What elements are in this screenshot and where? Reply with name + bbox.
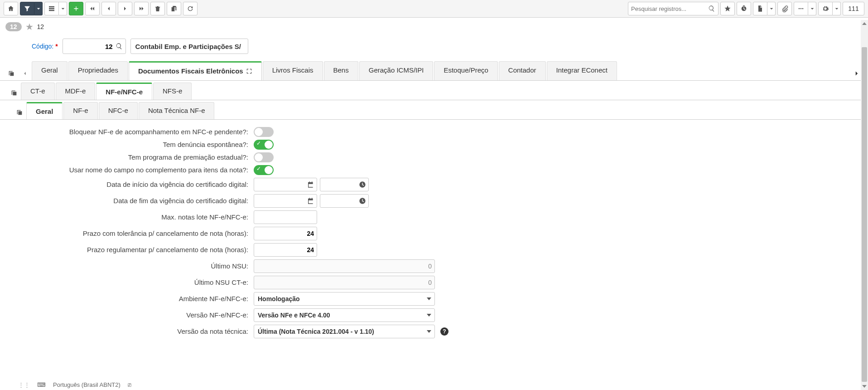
search-box[interactable]: [628, 2, 719, 15]
expand-icon[interactable]: [246, 68, 252, 76]
main-tabs: GeralPropriedadesDocumentos Fiscais Elet…: [0, 61, 868, 81]
doc-tab-ct-e[interactable]: CT-e: [21, 83, 55, 100]
filter-dropdown[interactable]: [34, 2, 43, 15]
cert-fim-label: Data de fim da vigência do certificado d…: [27, 197, 254, 205]
svg-point-2: [802, 8, 804, 10]
settings-dropdown[interactable]: [833, 2, 841, 15]
next-button[interactable]: [118, 2, 132, 15]
chevron-down-icon: [427, 314, 431, 317]
maxlote-label: Max. notas lote NF-e/NFC-e:: [27, 213, 254, 221]
sub-tab-nfc-e[interactable]: NFC-e: [99, 102, 138, 119]
sub-tab-nf-e[interactable]: NF-e: [63, 102, 97, 119]
clone-icon[interactable]: [5, 67, 18, 80]
premiacao-label: Tem programa de premiação estadual?:: [27, 153, 254, 161]
tab-bens[interactable]: Bens: [324, 61, 358, 80]
tab-integrar-econect[interactable]: Integrar EConect: [547, 61, 617, 80]
export-dropdown[interactable]: [767, 2, 776, 15]
prazo-reg-input[interactable]: [254, 243, 317, 257]
timer-button[interactable]: [737, 2, 751, 15]
cert-inicio-label: Data de início da vigência do certificad…: [27, 180, 254, 188]
export-button[interactable]: [753, 2, 767, 15]
attach-button[interactable]: [777, 2, 792, 15]
versao-select[interactable]: Versão NFe e NFCe 4.00: [254, 308, 435, 322]
bloquear-toggle[interactable]: [254, 127, 274, 137]
tab-livros-fiscais[interactable]: Livros Fiscais: [263, 61, 323, 80]
sub-tabs: GeralNF-eNFC-eNota Técnica NF-e: [0, 100, 868, 120]
sub-tab-geral[interactable]: Geral: [26, 102, 63, 119]
favorite-button[interactable]: [720, 2, 735, 15]
tab-scroll-prev[interactable]: [18, 67, 32, 80]
code-input-wrap[interactable]: [63, 39, 126, 54]
scrollbar-thumb[interactable]: [862, 47, 867, 359]
more-button[interactable]: [794, 2, 808, 15]
refresh-button[interactable]: [183, 2, 198, 15]
premiacao-toggle[interactable]: [254, 152, 274, 162]
delete-button[interactable]: [150, 2, 165, 15]
prazo-reg-label: Prazo regulamentar p/ cancelamento de no…: [27, 246, 254, 253]
doc-tab-nf-e-nfc-e[interactable]: NF-e/NFC-e: [96, 83, 152, 100]
ambiente-label: Ambiente NF-e/NFC-e:: [27, 295, 254, 302]
ultnsucte-label: Último NSU CT-e:: [27, 278, 254, 286]
ultnsu-input: [254, 259, 435, 273]
chevron-down-icon: [427, 297, 431, 300]
doc-tab-mdf-e[interactable]: MDF-e: [56, 83, 96, 100]
breadcrumb-badge: 12: [5, 22, 22, 31]
cert-inicio-time[interactable]: [320, 178, 369, 191]
search-icon[interactable]: [116, 43, 123, 50]
ultnsucte-input: [254, 276, 435, 289]
help-icon[interactable]: ?: [440, 327, 448, 336]
tab-contador[interactable]: Contador: [499, 61, 546, 80]
breadcrumb-text: 12: [37, 23, 44, 30]
tab-propriedades[interactable]: Propriedades: [68, 61, 128, 80]
search-icon: [708, 5, 715, 12]
add-button[interactable]: [69, 2, 83, 15]
copy-button[interactable]: [167, 2, 181, 15]
versao-nt-label: Versão da nota técnica:: [27, 327, 254, 335]
clone-icon[interactable]: [13, 106, 26, 119]
scroll-up-icon[interactable]: [861, 20, 868, 27]
doc-tabs: CT-eMDF-eNF-e/NFC-eNFS-e: [0, 81, 868, 100]
sub-tab-nota-t-cnica-nf-e[interactable]: Nota Técnica NF-e: [139, 102, 215, 119]
nomecampo-toggle[interactable]: [254, 165, 274, 175]
versao-label: Versão NF-e/NFC-e:: [27, 311, 254, 319]
svg-point-0: [799, 8, 800, 10]
cert-inicio-date[interactable]: [254, 178, 317, 191]
filter-button[interactable]: [20, 2, 34, 15]
search-input[interactable]: [631, 5, 708, 12]
first-button[interactable]: [85, 2, 100, 15]
nomecampo-label: Usar nome do campo no complemento para i…: [27, 166, 254, 174]
record-count: 111: [843, 2, 864, 15]
versao-nt-select[interactable]: Última (Nota Técnica 2021.004 - v 1.10): [254, 325, 435, 338]
maxlote-input[interactable]: [254, 210, 317, 224]
table-button[interactable]: [44, 2, 59, 15]
denuncia-toggle[interactable]: [254, 140, 274, 150]
title-display: Contabil Emp. e Participações S/: [130, 39, 248, 54]
bloquear-label: Bloquear NF-e de acompanhamento em NFC-e…: [27, 128, 254, 136]
cert-fim-date[interactable]: [254, 194, 317, 208]
tab-documentos-fiscais-eletr-nicos[interactable]: Documentos Fiscais Eletrônicos: [129, 61, 262, 80]
main-toolbar: 111: [0, 0, 868, 18]
home-button[interactable]: [4, 2, 18, 15]
code-label: Código: *: [32, 43, 58, 50]
last-button[interactable]: [134, 2, 149, 15]
prev-button[interactable]: [101, 2, 116, 15]
vertical-scrollbar[interactable]: [861, 20, 868, 359]
tab-gera-o-icms-ipi[interactable]: Geração ICMS/IPI: [359, 61, 434, 80]
cert-fim-time[interactable]: [320, 194, 369, 208]
form-area: Bloquear NF-e de acompanhamento em NFC-e…: [0, 120, 868, 359]
prazo-tol-label: Prazo com tolerância p/ cancelamento de …: [27, 229, 254, 237]
table-dropdown[interactable]: [59, 2, 67, 15]
prazo-tol-input[interactable]: [254, 227, 317, 240]
more-dropdown[interactable]: [808, 2, 816, 15]
settings-button[interactable]: [818, 2, 833, 15]
svg-point-1: [800, 8, 802, 10]
ambiente-select[interactable]: Homologação: [254, 292, 435, 306]
tab-geral[interactable]: Geral: [32, 61, 68, 80]
ultnsu-label: Último NSU:: [27, 262, 254, 270]
star-icon[interactable]: ★: [25, 21, 34, 32]
clone-icon[interactable]: [7, 86, 21, 100]
breadcrumb: 12 ★ 12: [0, 18, 868, 36]
doc-tab-nfs-e[interactable]: NFS-e: [153, 83, 192, 100]
code-input[interactable]: [66, 43, 113, 50]
tab-estoque-pre-o[interactable]: Estoque/Preço: [434, 61, 497, 80]
